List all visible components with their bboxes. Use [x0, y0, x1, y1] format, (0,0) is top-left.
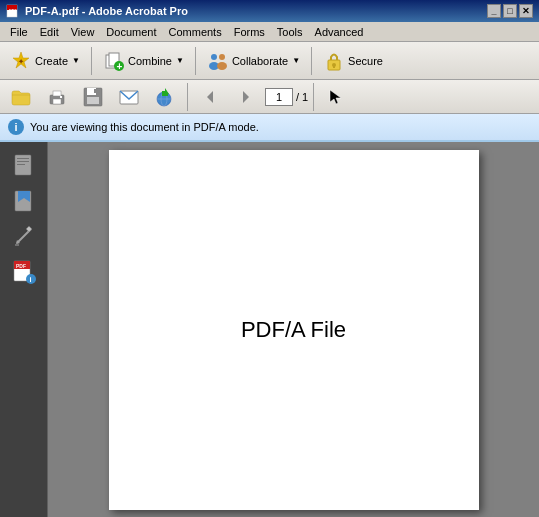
- create-button[interactable]: ✦ Create ▼: [4, 46, 86, 76]
- secure-label: Secure: [348, 55, 383, 67]
- collaborate-dropdown-arrow: ▼: [292, 56, 300, 65]
- menu-document[interactable]: Document: [100, 24, 162, 40]
- menu-comments[interactable]: Comments: [163, 24, 228, 40]
- navigation-toolbar: / 1: [0, 80, 539, 114]
- email-button[interactable]: [112, 82, 146, 112]
- sidebar-pen-tool[interactable]: [8, 220, 40, 252]
- create-icon: ✦: [10, 50, 32, 72]
- info-message: You are viewing this document in PDF/A m…: [30, 121, 259, 133]
- svg-text:PDF: PDF: [9, 8, 18, 13]
- email-icon: [118, 86, 140, 108]
- window-title: PDF-A.pdf - Adobe Acrobat Pro: [25, 5, 487, 17]
- window-controls: _ □ ✕: [487, 4, 533, 18]
- svg-text:i: i: [29, 276, 31, 283]
- svg-rect-23: [94, 89, 96, 93]
- collaborate-icon: [207, 50, 229, 72]
- maximize-button[interactable]: □: [503, 4, 517, 18]
- sidebar-pdf-info-tool[interactable]: PDF i: [8, 256, 40, 288]
- svg-rect-22: [87, 97, 99, 104]
- prev-page-button[interactable]: [193, 82, 227, 112]
- combine-icon: +: [103, 50, 125, 72]
- close-button[interactable]: ✕: [519, 4, 533, 18]
- title-bar: PDF PDF-A.pdf - Adobe Acrobat Pro _ □ ✕: [0, 0, 539, 22]
- send-icon: [154, 86, 176, 108]
- app-icon: PDF: [6, 4, 20, 18]
- create-label: Create: [35, 55, 68, 67]
- svg-rect-19: [60, 96, 62, 98]
- svg-text:+: +: [116, 61, 122, 72]
- svg-rect-18: [53, 99, 61, 104]
- page-separator: /: [296, 91, 299, 103]
- print-icon: [46, 86, 68, 108]
- main-area: PDF i PDF/A File: [0, 142, 539, 517]
- cursor-icon: [325, 86, 347, 108]
- secure-icon: [323, 50, 345, 72]
- svg-rect-33: [17, 158, 29, 159]
- menu-view[interactable]: View: [65, 24, 101, 40]
- svg-marker-31: [330, 90, 341, 104]
- svg-text:✦: ✦: [18, 58, 24, 65]
- svg-rect-40: [26, 226, 32, 232]
- save-button[interactable]: [76, 82, 110, 112]
- total-pages: 1: [302, 91, 308, 103]
- save-icon: [82, 86, 104, 108]
- collaborate-label: Collaborate: [232, 55, 288, 67]
- separator-1: [91, 47, 92, 75]
- sidebar-bookmark-tool[interactable]: [8, 184, 40, 216]
- svg-rect-35: [17, 164, 25, 165]
- next-page-button[interactable]: [229, 82, 263, 112]
- svg-point-11: [219, 54, 225, 60]
- info-bar: i You are viewing this document in PDF/A…: [0, 114, 539, 142]
- document-view: PDF/A File: [48, 142, 539, 517]
- sidebar-hand-tool[interactable]: [8, 148, 40, 180]
- svg-marker-30: [243, 91, 249, 103]
- separator-zoom: [313, 83, 314, 111]
- page-nav-group: / 1: [265, 88, 308, 106]
- menu-edit[interactable]: Edit: [34, 24, 65, 40]
- combine-label: Combine: [128, 55, 172, 67]
- svg-rect-17: [53, 91, 61, 96]
- menu-forms[interactable]: Forms: [228, 24, 271, 40]
- open-folder-button[interactable]: [4, 82, 38, 112]
- collaborate-button[interactable]: Collaborate ▼: [201, 46, 306, 76]
- select-tool-button[interactable]: [319, 82, 353, 112]
- document-content: PDF/A File: [241, 317, 346, 343]
- separator-nav: [187, 83, 188, 111]
- separator-3: [311, 47, 312, 75]
- left-sidebar: PDF i: [0, 142, 48, 517]
- send-button[interactable]: [148, 82, 182, 112]
- svg-marker-29: [207, 91, 213, 103]
- next-page-icon: [235, 86, 257, 108]
- menu-advanced[interactable]: Advanced: [309, 24, 370, 40]
- folder-icon: [10, 86, 32, 108]
- secure-button[interactable]: Secure: [317, 46, 389, 76]
- combine-button[interactable]: + Combine ▼: [97, 46, 190, 76]
- combine-dropdown-arrow: ▼: [176, 56, 184, 65]
- svg-rect-15: [333, 65, 335, 68]
- prev-page-icon: [199, 86, 221, 108]
- menu-tools[interactable]: Tools: [271, 24, 309, 40]
- svg-rect-34: [17, 161, 29, 162]
- main-toolbar: ✦ Create ▼ + Combine ▼: [0, 42, 539, 80]
- svg-point-9: [211, 54, 217, 60]
- create-dropdown-arrow: ▼: [72, 56, 80, 65]
- document-page: PDF/A File: [109, 150, 479, 510]
- menu-bar: File Edit View Document Comments Forms T…: [0, 22, 539, 42]
- svg-text:PDF: PDF: [16, 263, 26, 269]
- page-number-input[interactable]: [265, 88, 293, 106]
- menu-file[interactable]: File: [4, 24, 34, 40]
- minimize-button[interactable]: _: [487, 4, 501, 18]
- svg-marker-28: [162, 88, 169, 96]
- info-icon: i: [8, 119, 24, 135]
- print-button[interactable]: [40, 82, 74, 112]
- svg-point-12: [217, 62, 227, 70]
- separator-2: [195, 47, 196, 75]
